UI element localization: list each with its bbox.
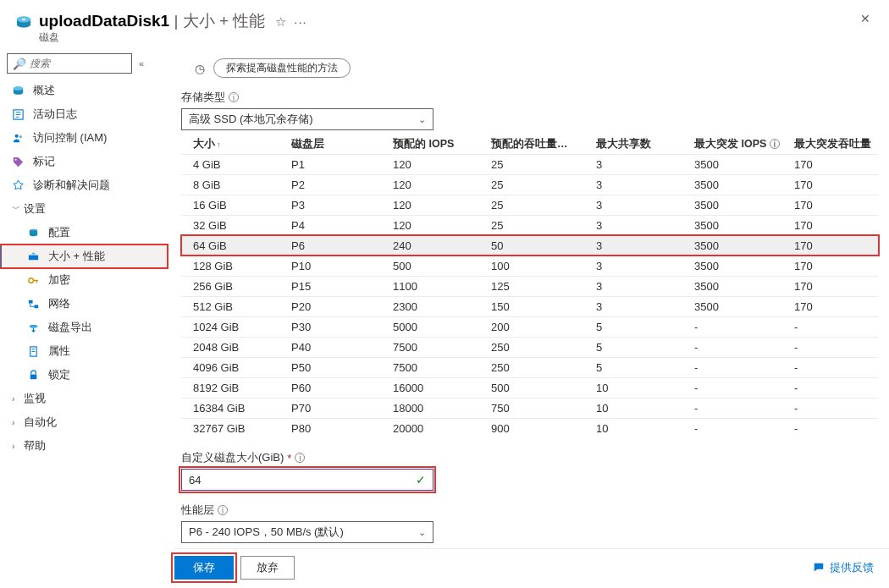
- command-bar: 保存 放弃 提供反馈: [174, 548, 889, 588]
- nav-group-自动化[interactable]: ›自动化: [7, 410, 168, 434]
- main-content: ◷ 探索提高磁盘性能的方法 存储类型 i 高级 SSD (本地冗余存储) ⌄ 大…: [168, 50, 889, 588]
- custom-size-input[interactable]: 64 ✓: [181, 469, 433, 491]
- col-header[interactable]: 预配的吞吐量…: [486, 135, 591, 154]
- chevron-down-icon: ⌄: [418, 114, 426, 125]
- nav-item-网络[interactable]: 网络: [0, 292, 168, 316]
- table-row[interactable]: 16384 GiBP701800075010--: [181, 398, 879, 418]
- table-row[interactable]: 256 GiBP15110012533500170: [181, 276, 879, 296]
- col-header[interactable]: 磁盘层: [286, 135, 388, 154]
- favorite-icon[interactable]: ☆: [275, 14, 286, 29]
- nav-item-活动日志[interactable]: 活动日志: [0, 102, 168, 126]
- col-header[interactable]: 最大突发吞吐量: [789, 135, 879, 154]
- chevron-icon: ›: [12, 442, 24, 451]
- info-icon[interactable]: i: [295, 453, 305, 463]
- nav-item-诊断和解决问题[interactable]: 诊断和解决问题: [0, 173, 168, 197]
- info-icon[interactable]: i: [218, 505, 228, 515]
- table-row[interactable]: 4096 GiBP5075002505--: [181, 357, 879, 377]
- export-icon: [27, 321, 40, 334]
- log-icon: [12, 108, 25, 121]
- lock-icon: [27, 369, 40, 382]
- table-row[interactable]: 4 GiBP11202533500170: [181, 154, 879, 174]
- chevron-down-icon: ⌄: [418, 527, 426, 538]
- table-row[interactable]: 512 GiBP20230015033500170: [181, 296, 879, 316]
- table-row[interactable]: 32 GiBP41202533500170: [181, 215, 879, 235]
- svg-point-21: [30, 324, 37, 327]
- speed-icon: ◷: [195, 62, 205, 75]
- discard-button[interactable]: 放弃: [240, 556, 295, 580]
- more-icon[interactable]: ···: [294, 14, 307, 29]
- check-icon: ✓: [416, 473, 426, 486]
- nav-item-大小 + 性能[interactable]: 大小 + 性能: [0, 245, 168, 268]
- sidebar: 🔎 « 概述活动日志访问控制 (IAM)标记诊断和解决问题﹀设置配置大小 + 性…: [0, 50, 168, 588]
- svg-point-4: [14, 86, 23, 91]
- props-icon: [27, 345, 40, 358]
- nav-item-磁盘导出[interactable]: 磁盘导出: [0, 316, 168, 339]
- search-icon: 🔎: [13, 58, 26, 70]
- sort-icon: ↑: [217, 140, 221, 149]
- svg-point-2: [22, 19, 26, 20]
- col-header[interactable]: 大小↑: [181, 135, 286, 154]
- disk-icon: [15, 14, 32, 31]
- table-row[interactable]: 2048 GiBP4075002505--: [181, 337, 879, 357]
- tag-icon: [12, 156, 25, 168]
- svg-rect-13: [29, 255, 38, 260]
- size-table: 大小↑磁盘层预配的 IOPS预配的吞吐量…最大共享数最大突发 IOPS i最大突…: [181, 134, 879, 438]
- info-icon[interactable]: i: [229, 92, 239, 102]
- nav-item-锁定[interactable]: 锁定: [0, 363, 168, 387]
- table-row[interactable]: 32767 GiBP802000090010--: [181, 418, 879, 438]
- size-icon: [27, 250, 40, 263]
- search-input[interactable]: [30, 58, 126, 69]
- info-icon[interactable]: i: [770, 139, 780, 149]
- table-header-row: 大小↑磁盘层预配的 IOPS预配的吞吐量…最大共享数最大突发 IOPS i最大突…: [181, 134, 879, 154]
- custom-size-label: 自定义磁盘大小(GiB) * i: [181, 450, 879, 465]
- nav-item-标记[interactable]: 标记: [0, 150, 168, 173]
- svg-point-9: [15, 134, 19, 137]
- nav-item-概述[interactable]: 概述: [0, 79, 168, 102]
- table-row[interactable]: 16 GiBP31202533500170: [181, 195, 879, 215]
- svg-rect-25: [30, 374, 37, 379]
- blade-header: uploadDataDisk1 | 大小 + 性能 ☆ ··· 磁盘 ✕: [0, 0, 889, 50]
- col-header[interactable]: 预配的 IOPS: [388, 135, 486, 154]
- col-header[interactable]: 最大突发 IOPS i: [689, 135, 789, 154]
- tier-dropdown[interactable]: P6 - 240 IOPS，50 MB/s (默认) ⌄: [181, 521, 433, 543]
- chevron-icon: ›: [12, 394, 24, 404]
- nav-group-设置[interactable]: ﹀设置: [7, 197, 168, 221]
- resource-type: 磁盘: [39, 30, 857, 45]
- nav-item-属性[interactable]: 属性: [0, 339, 168, 363]
- nav-group-帮助[interactable]: ›帮助: [7, 434, 168, 458]
- tier-label: 性能层 i: [181, 503, 879, 518]
- storage-type-dropdown[interactable]: 高级 SSD (本地冗余存储) ⌄: [181, 108, 433, 130]
- collapse-sidebar-icon[interactable]: «: [139, 58, 144, 69]
- close-icon[interactable]: ✕: [857, 10, 874, 27]
- nav-item-加密[interactable]: 加密: [0, 268, 168, 292]
- storage-type-label: 存储类型 i: [181, 90, 879, 105]
- table-row[interactable]: 128 GiBP1050010033500170: [181, 256, 879, 276]
- svg-point-10: [19, 135, 22, 137]
- svg-rect-17: [29, 299, 33, 303]
- table-row[interactable]: 8 GiBP21202533500170: [181, 174, 879, 195]
- svg-rect-18: [34, 305, 38, 308]
- network-icon: [27, 298, 40, 310]
- svg-point-14: [29, 278, 34, 283]
- col-header[interactable]: 最大共享数: [591, 135, 689, 154]
- table-row[interactable]: 64 GiBP62405033500170: [181, 235, 879, 256]
- perf-guidance-link[interactable]: 探索提高磁盘性能的方法: [213, 58, 351, 78]
- page-title: uploadDataDisk1 | 大小 + 性能: [39, 12, 270, 30]
- chevron-icon: ›: [12, 418, 24, 427]
- key-icon: [27, 274, 40, 287]
- nav-item-配置[interactable]: 配置: [0, 221, 168, 245]
- config-icon: [27, 227, 40, 239]
- table-row[interactable]: 8192 GiBP601600050010--: [181, 377, 879, 398]
- disk-icon: [12, 85, 25, 97]
- table-row[interactable]: 1024 GiBP3050002005--: [181, 316, 879, 337]
- svg-point-11: [15, 158, 17, 160]
- search-box[interactable]: 🔎: [7, 53, 132, 74]
- save-button[interactable]: 保存: [174, 556, 234, 580]
- people-icon: [12, 132, 25, 145]
- diagnose-icon: [12, 179, 25, 192]
- feedback-icon: [813, 562, 825, 574]
- nav-item-访问控制 (IAM)[interactable]: 访问控制 (IAM): [0, 126, 168, 150]
- feedback-link[interactable]: 提供反馈: [813, 560, 874, 575]
- chevron-icon: ﹀: [12, 203, 24, 215]
- nav-group-监视[interactable]: ›监视: [7, 387, 168, 410]
